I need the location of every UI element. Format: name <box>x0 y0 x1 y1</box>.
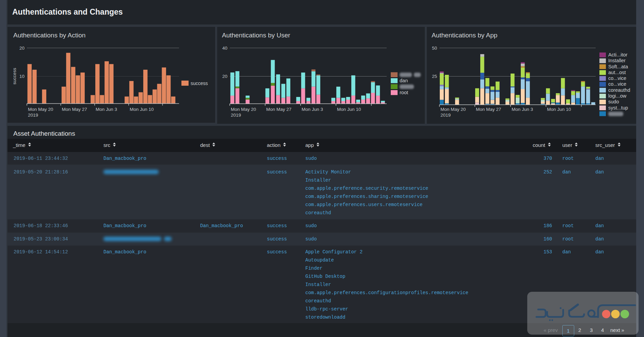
svg-text:Installer: Installer <box>608 58 626 63</box>
svg-text:co...vice: co...vice <box>608 75 626 81</box>
svg-text:20: 20 <box>19 46 25 51</box>
svg-text:Soft...ata: Soft...ata <box>608 64 628 69</box>
svg-text:Mon Jun 3: Mon Jun 3 <box>302 107 323 112</box>
svg-text:Mon Jun 3: Mon Jun 3 <box>512 107 533 112</box>
svg-text:syst...tup: syst...tup <box>608 105 628 111</box>
svg-text:aut...ost: aut...ost <box>608 70 626 75</box>
svg-text:Mon May 27: Mon May 27 <box>476 107 501 112</box>
svg-text:Mon May 20: Mon May 20 <box>440 107 466 112</box>
svg-text:Authentications by Action: Authentications by Action <box>13 32 85 39</box>
svg-text:coreauthd: coreauthd <box>608 87 630 93</box>
svg-text:sudo: sudo <box>608 99 619 104</box>
svg-text:Mon Jun 10: Mon Jun 10 <box>337 107 361 112</box>
svg-text:Mon Jun 3: Mon Jun 3 <box>96 107 117 112</box>
svg-text:Mon May 27: Mon May 27 <box>62 107 87 112</box>
svg-text:Mon Jun 10: Mon Jun 10 <box>547 107 571 112</box>
svg-text:success: success <box>191 81 208 86</box>
svg-text:Acti...itor: Acti...itor <box>608 52 628 57</box>
svg-text:Mon May 27: Mon May 27 <box>266 107 291 112</box>
svg-text:2019: 2019 <box>440 113 451 118</box>
svg-text:2019: 2019 <box>28 113 38 118</box>
svg-text:success: success <box>12 68 17 84</box>
svg-text:Authentications by User: Authentications by User <box>222 32 290 39</box>
svg-text:25: 25 <box>432 74 437 79</box>
svg-text:Mon May 20: Mon May 20 <box>231 107 256 112</box>
svg-text:50: 50 <box>432 46 437 51</box>
svg-text:2019: 2019 <box>231 113 241 118</box>
svg-text:co...vice: co...vice <box>608 81 626 87</box>
svg-text:Mon Jun 10: Mon Jun 10 <box>130 107 154 112</box>
svg-text:logi...ow: logi...ow <box>608 93 627 99</box>
svg-text:10: 10 <box>19 74 25 79</box>
svg-text:root: root <box>400 90 408 95</box>
svg-text:Authentications by App: Authentications by App <box>432 32 497 39</box>
svg-text:20: 20 <box>222 74 227 79</box>
svg-text:40: 40 <box>222 46 227 51</box>
svg-text:Mon May 20: Mon May 20 <box>28 107 53 112</box>
svg-text:dan: dan <box>400 78 408 83</box>
